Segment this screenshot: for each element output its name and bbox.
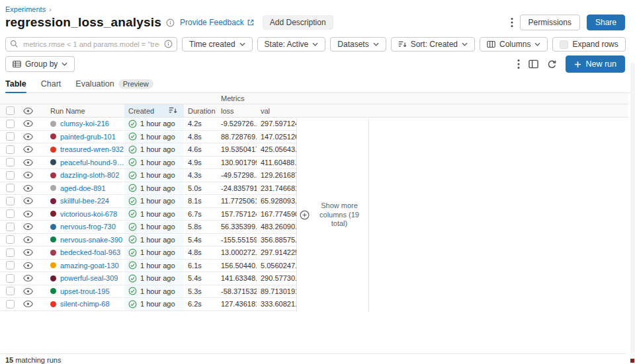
visibility-toggle-icon[interactable] (23, 274, 33, 282)
tab-evaluation[interactable]: Evaluation Preview (75, 79, 153, 92)
row-checkbox[interactable] (6, 287, 15, 295)
created-column-header[interactable]: Created (124, 104, 184, 117)
row-checkbox[interactable] (6, 120, 15, 128)
metrics-group-header: Metrics (0, 93, 628, 104)
add-description-button[interactable]: Add Description (263, 15, 333, 30)
table-row[interactable]: bedecked-foal-963 1 hour ago 4.8s 13.000… (0, 246, 296, 260)
table-row[interactable]: skillful-bee-224 1 hour ago 8.1s 11.7725… (0, 195, 296, 208)
run-name-link[interactable]: treasured-wren-932 (60, 145, 124, 153)
visibility-toggle-icon[interactable] (23, 184, 33, 192)
table-row[interactable]: treasured-wren-932 1 hour ago 4.6s 19.53… (0, 143, 296, 157)
expand-rows-toggle[interactable]: Expand rows (552, 37, 625, 52)
row-checkbox[interactable] (6, 158, 15, 166)
sort-selector[interactable]: Sort: Created (391, 37, 475, 52)
permissions-button[interactable]: Permissions (520, 15, 580, 30)
loss-column-header[interactable]: loss (217, 107, 257, 115)
search-input[interactable] (5, 37, 177, 52)
breadcrumb-experiments-link[interactable]: Experiments (5, 5, 46, 13)
table-row[interactable]: silent-chimp-68 1 hour ago 6.2s 127.4361… (0, 298, 296, 311)
table-row[interactable]: powerful-seal-309 1 hour ago 5.4s 141.63… (0, 272, 296, 285)
show-more-columns-label: Show more columns (19 total) (314, 201, 365, 229)
overflow-menu-icon[interactable] (511, 17, 513, 28)
visibility-toggle-icon[interactable] (23, 262, 33, 270)
table-row[interactable]: amazing-goat-130 1 hour ago 6.1s 156.504… (0, 260, 296, 273)
run-name-column-header[interactable]: Run Name (45, 107, 124, 115)
row-checkbox[interactable] (6, 300, 15, 309)
run-name-link[interactable]: clumsy-koi-216 (60, 120, 109, 127)
table-row[interactable]: nervous-frog-730 1 hour ago 5.8s 56.3353… (0, 221, 296, 234)
run-name-link[interactable]: nervous-frog-730 (60, 223, 116, 231)
run-name-link[interactable]: nervous-snake-390 (60, 236, 122, 244)
visibility-toggle-icon[interactable] (23, 159, 33, 166)
visibility-toggle-icon[interactable] (23, 197, 33, 205)
new-run-button[interactable]: New run (566, 55, 625, 73)
visibility-toggle-icon[interactable] (23, 236, 33, 244)
tab-chart[interactable]: Chart (41, 79, 62, 92)
visibility-toggle-icon[interactable] (23, 287, 33, 295)
share-button[interactable]: Share (587, 15, 625, 30)
table-row[interactable]: clumsy-koi-216 1 hour ago 4.2s -9.529726… (0, 118, 296, 131)
val-column-header[interactable]: val (257, 107, 296, 115)
visibility-toggle-icon[interactable] (23, 248, 33, 256)
search-info-icon[interactable] (164, 40, 173, 48)
visibility-toggle-icon[interactable] (23, 133, 33, 141)
info-icon[interactable] (166, 18, 175, 27)
row-checkbox[interactable] (6, 223, 15, 231)
group-by-selector[interactable]: Group by (5, 56, 75, 72)
visibility-toggle-icon[interactable] (23, 120, 33, 127)
table-overflow-menu-icon[interactable] (517, 59, 520, 69)
row-checkbox[interactable] (6, 235, 15, 244)
run-created: 1 hour ago (140, 274, 175, 282)
table-row[interactable]: dazzling-sloth-802 1 hour ago 4.3s -49.5… (0, 169, 296, 182)
row-checkbox[interactable] (6, 171, 15, 180)
run-name-link[interactable]: dazzling-sloth-802 (60, 171, 119, 179)
provide-feedback-link[interactable]: Provide Feedback (180, 18, 255, 27)
table-row[interactable]: nervous-snake-390 1 hour ago 5.4s -155.5… (0, 234, 296, 247)
table-row[interactable]: victorious-koi-678 1 hour ago 6.7s 157.7… (0, 208, 296, 221)
row-checkbox[interactable] (6, 184, 15, 192)
tab-table[interactable]: Table (5, 79, 26, 92)
row-checkbox[interactable] (6, 261, 15, 270)
expand-rows-checkbox[interactable] (560, 40, 568, 49)
run-name-link[interactable]: aged-doe-891 (60, 184, 106, 192)
side-panel-icon[interactable] (529, 59, 538, 69)
run-loss: 13.000272... (221, 248, 257, 256)
datasets-filter[interactable]: Datasets (330, 37, 386, 52)
table-row[interactable]: peaceful-hound-944 1 hour ago 4.9s 130.9… (0, 157, 296, 170)
table-row[interactable]: painted-grub-101 1 hour ago 4.8s 88.7287… (0, 131, 296, 144)
run-name-link[interactable]: silent-chimp-68 (60, 300, 110, 308)
run-name-link[interactable]: peaceful-hound-944 (60, 159, 124, 166)
show-more-columns-button[interactable]: Show more columns (19 total) (300, 201, 366, 229)
row-checkbox[interactable] (6, 132, 15, 141)
run-name-link[interactable]: amazing-goat-130 (60, 262, 119, 270)
visibility-toggle-icon[interactable] (23, 223, 33, 231)
row-checkbox[interactable] (6, 145, 15, 154)
visibility-toggle-icon[interactable] (23, 210, 33, 218)
visibility-toggle-icon[interactable] (23, 171, 33, 179)
run-name-link[interactable]: skillful-bee-224 (60, 197, 109, 205)
state-filter[interactable]: State: Active (257, 37, 326, 52)
row-checkbox[interactable] (6, 209, 15, 218)
run-name-link[interactable]: powerful-seal-309 (60, 274, 118, 282)
run-name-link[interactable]: painted-grub-101 (60, 133, 116, 141)
select-all-checkbox[interactable] (6, 106, 15, 115)
time-created-filter[interactable]: Time created (182, 37, 253, 52)
run-name-link[interactable]: upset-trout-195 (60, 287, 110, 295)
experiment-runs-page: Experiments › regression_loss_analysis P… (0, 0, 635, 364)
run-finished-icon (128, 235, 137, 244)
table-row[interactable]: upset-trout-195 1 hour ago 5.3s -58.3715… (0, 285, 296, 299)
run-name-link[interactable]: bedecked-foal-963 (60, 248, 120, 256)
visibility-toggle-icon[interactable] (23, 145, 33, 153)
row-checkbox[interactable] (6, 248, 15, 257)
row-checkbox[interactable] (6, 197, 15, 205)
visibility-column-header[interactable] (19, 107, 45, 115)
refresh-icon[interactable] (547, 59, 557, 69)
duration-column-header[interactable]: Duration (184, 107, 217, 115)
columns-selector[interactable]: Columns (480, 37, 548, 52)
sort-descending-icon[interactable] (169, 106, 177, 114)
visibility-toggle-icon[interactable] (23, 300, 33, 308)
table-row[interactable]: aged-doe-891 1 hour ago 5.0s -24.835791.… (0, 182, 296, 196)
row-checkbox[interactable] (6, 274, 15, 283)
vertical-scrollbar[interactable] (630, 63, 635, 353)
run-name-link[interactable]: victorious-koi-678 (60, 210, 117, 218)
